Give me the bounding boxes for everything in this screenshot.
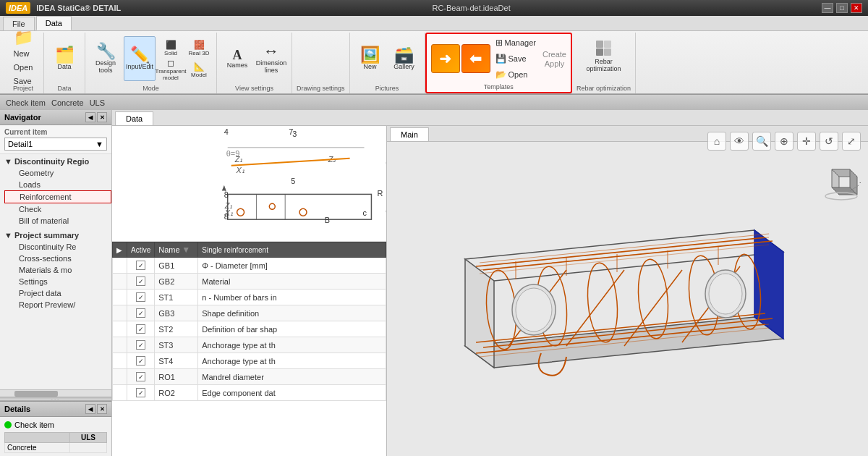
active-checkbox-3[interactable] [136,308,145,318]
reinforcement-label: Reinforcement [20,193,72,201]
check-item-label: Check item [6,98,46,107]
table-row[interactable]: ST1 n - Number of bars in [113,290,386,305]
check-item-row: Check item [4,420,107,430]
details-pin-button[interactable]: ◀ [85,404,95,414]
phi-diameter-cell: Φ - Diameter [mm] [198,258,386,274]
transparent-model-button[interactable]: ◻ Transparent model [158,59,184,80]
ribbon-group-rebar: Rebar optimization Rebar optimization [572,33,636,93]
active-checkbox-1[interactable] [136,276,145,286]
zoom-button[interactable]: ⊕ [775,132,793,151]
active-checkbox-6[interactable] [136,356,145,366]
details-section: Details ◀ ✕ Check item ULS [0,401,111,456]
ribbon-content: 📁 New Open Save Project [0,31,868,95]
name-cell-8: RO2 [155,385,198,401]
sidebar-item-project-data[interactable]: Project data [4,287,111,299]
manager-button[interactable]: ⊞ Manager [492,35,540,50]
anchorage-end-cell: Anchorage type at th [198,353,386,369]
table-row[interactable]: GB3 Shape definition [113,305,386,321]
navigator-pin-button[interactable]: ◀ [85,112,95,122]
rotate-button[interactable]: ↺ [820,132,838,151]
uls-value-cell [69,443,106,453]
status-indicator [4,421,12,428]
details-close-button[interactable]: ✕ [97,404,107,414]
data-group-label: Data [57,85,71,92]
real-3d-button[interactable]: 🧱 Real 3D [186,38,212,58]
current-item-dropdown[interactable]: Detail1 ▼ [4,138,107,151]
ribbon-group-view: A Names ↔ Dimension lines View settings [217,33,292,93]
mode-group-label: Mode [142,85,159,92]
name-cell-4: ST2 [155,321,198,337]
input-edit-button[interactable]: ✏️ Input/Edit [124,36,156,81]
active-checkbox-2[interactable] [136,292,145,302]
project-button[interactable]: 📁 New Open Save [7,36,39,81]
rebar-opt-label: Rebar optimization [576,85,631,92]
split-view: 3 7 4 6 Z₁ X₁ Z₂ θ=9 5 [112,126,868,456]
project-group-label: Project [13,85,33,92]
table-row[interactable]: GB2 Material [113,274,386,290]
sidebar-item-reinforcement[interactable]: Reinforcement [4,190,111,203]
discontinuity-region-header[interactable]: ▼ Discontinuity Regio [0,156,111,167]
nav-tree: ▼ Discontinuity Regio Geometry Loads Rei… [0,154,111,389]
ribbon-group-templates: ➜ ⬅ ⊞ Manager 💾 Save [425,33,572,93]
pan-button[interactable]: ✛ [797,132,816,151]
dimension-lines-button[interactable]: ↔ Dimension lines [255,36,287,81]
fullscreen-button[interactable]: ⤢ [842,132,861,151]
svg-text:θ=9: θ=9 [226,149,240,158]
svg-point-59 [709,274,742,314]
active-checkbox-8[interactable] [136,388,145,397]
navigator-close-button[interactable]: ✕ [97,112,107,122]
minimize-button[interactable]: — [822,3,833,13]
active-checkbox-7[interactable] [136,372,145,381]
sidebar-item-cross-sections[interactable]: Cross-sections [4,253,111,264]
table-row[interactable]: RO2 Edge component dat [113,385,386,401]
sidebar-item-settings[interactable]: Settings [4,276,111,287]
tab-data[interactable]: Data [36,16,72,30]
open-button[interactable]: Open [9,61,38,74]
table-row[interactable]: GB1 Φ - Diameter [mm] [113,258,386,274]
col-single-reinforcement-header: Single reinforcement [198,242,386,258]
eye-view-button[interactable]: 👁 [730,132,749,151]
new-button[interactable]: New [9,47,38,60]
maximize-button[interactable]: □ [836,3,848,13]
apply-template-button[interactable]: ⬅ [461,44,490,73]
data-button[interactable]: 🗂️ Data [48,36,80,81]
table-row[interactable]: RO1 Mandrel diameter [113,369,386,385]
sidebar-item-report-preview[interactable]: Report Preview/ [4,299,111,311]
open-template-button[interactable]: 📂 Open [492,67,540,82]
zoom-fit-button[interactable]: 🔍 [752,132,771,151]
tab-main[interactable]: Main [390,127,429,141]
filter-icon[interactable]: ▼ [182,245,190,255]
ribbon-group-data: 🗂️ Data Data [44,33,85,93]
create-template-button[interactable]: ➜ [431,44,460,73]
table-row[interactable]: ST3 Anchorage type at th [113,337,386,353]
viewport-3d[interactable] [387,142,868,456]
svg-text:B: B [325,216,330,224]
active-checkbox-5[interactable] [136,340,145,350]
gallery-button[interactable]: 🗃️ Gallery [388,36,420,81]
sidebar-item-bill-of-material[interactable]: Bill of material [4,215,111,227]
sidebar-item-discontinuity-re[interactable]: Discontinuity Re [4,241,111,253]
active-checkbox-4[interactable] [136,324,145,334]
tab-data-panel[interactable]: Data [115,111,153,125]
close-button[interactable]: ✕ [851,3,862,13]
model-button[interactable]: 📐 Model [186,59,212,80]
home-view-button[interactable]: ⌂ [707,132,726,151]
table-row[interactable]: ST4 Anchorage type at th [113,353,386,369]
active-checkbox-0[interactable] [136,261,145,270]
solid-button[interactable]: ⬛ Solid [158,38,184,58]
design-tools-button[interactable]: 🔧 Design tools [90,36,122,81]
rebar-optimization-button[interactable]: Rebar optimization [584,36,624,81]
sidebar-item-geometry[interactable]: Geometry [4,167,111,179]
sidebar-item-check[interactable]: Check [4,203,111,215]
table-row[interactable]: ST2 Definition of bar shap [113,321,386,337]
ribbon: File Data 📁 New Open Save [0,16,868,94]
new-picture-button[interactable]: 🖼️ New [354,36,386,81]
save-template-button[interactable]: 💾 Save [492,51,540,66]
sidebar-item-materials[interactable]: Materials & mo [4,264,111,276]
project-summary-header[interactable]: ▼ Project summary [0,229,111,241]
sidebar-item-loads[interactable]: Loads [4,179,111,190]
svg-text:7: 7 [289,127,293,136]
view-settings-label: View settings [235,85,273,92]
col-uls: ULS [69,433,106,443]
names-button[interactable]: A Names [221,36,253,81]
